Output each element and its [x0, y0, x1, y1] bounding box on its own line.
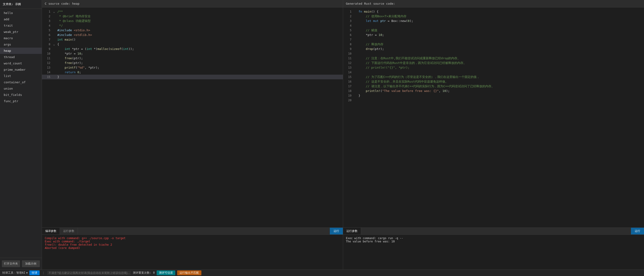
left-code-area[interactable]: 1⌄/**2 * @brief 堆内存安全3 * @class 功能逻辑型4 *…	[42, 8, 343, 227]
translate-button[interactable]: 转译	[29, 270, 40, 275]
line-content: printf("%d", *ptr);	[57, 65, 99, 70]
code-line: 20	[343, 98, 644, 103]
fold-arrow	[53, 14, 56, 19]
line-content: #include <stdio.h>	[57, 28, 90, 33]
line-number: 6	[44, 33, 50, 37]
code-line: 5 // 赋值	[343, 28, 644, 33]
run-button-right[interactable]: 运行	[631, 228, 644, 234]
line-number: 7	[345, 37, 352, 42]
line-number: 18	[345, 89, 352, 93]
tab-compile-params[interactable]: 编译参数	[42, 228, 60, 234]
line-content: // 赋值	[358, 28, 377, 33]
line-number: 9	[44, 47, 50, 51]
fold-arrow	[53, 70, 56, 75]
right-code-panel: Generated Rust source code: 1 fn main() …	[343, 0, 644, 227]
line-number: 2	[345, 14, 352, 19]
fold-arrow: ⌄	[53, 9, 56, 14]
line-number: 6	[345, 33, 352, 37]
line-content: * @class 功能逻辑型	[57, 19, 91, 23]
line-content: // 这是不安全的，并且在实际Rust代码中应该避免这样做。	[358, 79, 448, 84]
panels-area: C source code: heap 1⌄/**2 * @brief 堆内存安…	[42, 0, 644, 269]
line-number: 20	[345, 98, 352, 103]
repeat-count: 测评重复次数: 0	[133, 271, 155, 275]
fold-arrow	[53, 37, 56, 42]
open-folder-button[interactable]: 打开文件夹	[2, 260, 20, 267]
sidebar-item-func_ptr[interactable]: func_ptr	[0, 98, 42, 104]
code-line: 12 free(ptr);	[42, 61, 343, 65]
code-line: 6 *ptr = 10;	[343, 33, 644, 37]
line-content: free(ptr);	[57, 61, 83, 65]
fold-arrow	[53, 33, 56, 37]
sidebar-item-trait[interactable]: trait	[0, 23, 42, 29]
run-button-left[interactable]: 运行	[330, 228, 343, 234]
sidebar-item-thread[interactable]: thread	[0, 54, 42, 60]
tab-run-params-right[interactable]: 运行参数	[343, 228, 361, 234]
sidebar-buttons: 打开文件夹 加载示例	[0, 258, 42, 269]
left-bottom-header: 编译参数 运行参数 运行	[42, 228, 343, 235]
code-line: 11 // 注意：在Rust中,我们不能尝试访问或重新释放已经drop的内存。	[343, 56, 644, 61]
code-line: 16 // 这是不安全的，并且在实际Rust代码中应该避免这样做。	[343, 79, 644, 84]
code-line: 13 // println!("{}", *ptr);	[343, 65, 644, 70]
sidebar-item-macro[interactable]: macro	[0, 35, 42, 41]
line-content: drop(ptr);	[358, 47, 384, 51]
bottom-panels: 编译参数 运行参数 运行 Compile with command: g++ .…	[42, 227, 644, 269]
line-content: // 请注意，以下输出并不代表C++代码的实际行为，因为C++代码尝试访问了已经…	[358, 84, 494, 89]
code-line: 18 println!("The value before free was: …	[343, 89, 644, 93]
line-number: 15	[345, 75, 352, 79]
code-line: 13 printf("%d", *ptr);	[42, 65, 343, 70]
line-content: // 释放内存	[358, 42, 384, 47]
sidebar-item-list[interactable]: list	[0, 73, 42, 79]
code-line: 8 // 释放内存	[343, 42, 644, 47]
load-example-button[interactable]: 加载示例	[22, 260, 40, 267]
code-line: 14 return 0;	[42, 70, 343, 75]
line-number: 11	[44, 56, 50, 61]
code-line: 12 // 下面这行代码在Rust中是非法的，因为它尝试访问已经被释放的内存。	[343, 61, 644, 65]
line-content: // 下面这行代码在Rust中是非法的，因为它尝试访问已经被释放的内存。	[358, 61, 466, 65]
code-line: 11 free(ptr);	[42, 56, 343, 61]
code-line: 7	[343, 37, 644, 42]
hint-input[interactable]	[47, 271, 131, 275]
sidebar-item-args[interactable]: args	[0, 41, 42, 48]
code-line: 3 * @class 功能逻辑型	[42, 19, 343, 23]
sidebar-item-prime_number[interactable]: prime_number	[0, 67, 42, 73]
tab-run-params-left[interactable]: 运行参数	[60, 228, 78, 234]
code-line: 7 int main()	[42, 37, 343, 42]
sidebar-item-heap[interactable]: heap	[0, 48, 42, 54]
line-content: */	[57, 23, 63, 28]
line-number: 8	[345, 42, 352, 47]
sidebar-item-container_of[interactable]: container_of	[0, 79, 42, 85]
line-number: 19	[345, 93, 352, 98]
sidebar-item-word_count[interactable]: word_count	[0, 60, 42, 67]
code-panels: C source code: heap 1⌄/**2 * @brief 堆内存安…	[42, 0, 644, 227]
sidebar-item-add[interactable]: add	[0, 16, 42, 23]
confidence-button[interactable]: 测评可信度	[157, 270, 175, 275]
code-line: 4 */	[42, 23, 343, 28]
line-number: 10	[345, 51, 352, 56]
sidebar-item-bit_fields[interactable]: bit_fields	[0, 92, 42, 98]
line-number: 8	[44, 42, 50, 47]
sidebar-item-union[interactable]: union	[0, 85, 42, 92]
line-content: #include <stdlib.h>	[57, 33, 92, 37]
tool-label: 转译工具：智谱AI ▼	[2, 271, 28, 275]
code-line: 4	[343, 23, 644, 28]
code-line: 15 // 为了匹配C++代码的行为（尽管这是不安全的），我们在这里输出一个固定…	[343, 75, 644, 79]
output-line: Aborted (core dumped)	[45, 246, 340, 250]
line-number: 1	[44, 9, 50, 14]
line-number: 4	[44, 23, 50, 28]
fold-arrow	[53, 19, 56, 23]
right-bottom-panel: 运行参数 运行 Exec with command: cargo run -q …	[343, 228, 644, 269]
right-code-area[interactable]: 1 fn main() {2 // 使用Box<T>来分配堆内存3 let mu…	[343, 8, 644, 227]
code-line: 5 #include <stdio.h>	[42, 28, 343, 33]
sidebar-item-weak_ptr[interactable]: weak_ptr	[0, 29, 42, 35]
fold-arrow	[53, 61, 56, 65]
mismatch-button[interactable]: 运行输出不匹配	[177, 270, 202, 275]
line-content: int *ptr = (int *)malloc(sizeof(int));	[57, 47, 134, 51]
line-content: free(ptr);	[57, 56, 83, 61]
line-number: 5	[345, 28, 352, 33]
sidebar-item-hello[interactable]: hello	[0, 10, 42, 16]
code-line: 1 fn main() {	[343, 9, 644, 14]
line-content: }	[358, 93, 360, 98]
line-number: 2	[44, 14, 50, 19]
line-content: // println!("{}", *ptr);	[358, 65, 410, 70]
line-number: 16	[345, 79, 352, 84]
